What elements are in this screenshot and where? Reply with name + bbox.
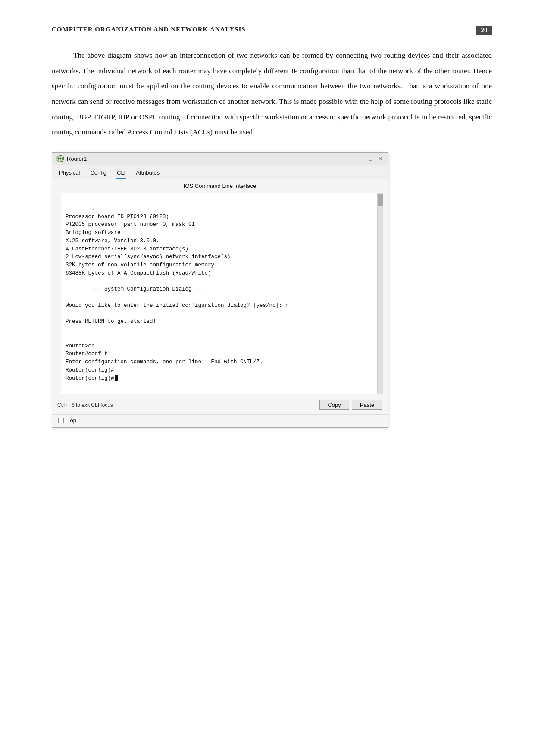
maximize-button[interactable]: □ bbox=[367, 155, 373, 162]
cli-output[interactable]: . Processor board ID PT0123 (0123) PT200… bbox=[61, 193, 379, 394]
tab-attributes[interactable]: Attributes bbox=[135, 168, 160, 179]
tab-config[interactable]: Config bbox=[89, 168, 107, 179]
page-header: COMPUTER ORGANIZATION AND NETWORK ANALYS… bbox=[52, 26, 492, 35]
router-title-left: Router1 bbox=[56, 155, 87, 162]
router-bottom-bar: Ctrl+F6 to exit CLI focus Copy Paste bbox=[52, 398, 388, 413]
top-checkbox[interactable] bbox=[58, 418, 64, 423]
cli-subtitle: IOS Command Line Interface bbox=[52, 179, 388, 191]
top-label: Top bbox=[67, 417, 76, 424]
router-footer: Top bbox=[52, 414, 388, 427]
cli-button-group: Copy Paste bbox=[319, 400, 382, 410]
minimize-button[interactable]: — bbox=[355, 155, 364, 162]
cli-cursor bbox=[115, 375, 118, 381]
cli-hint: Ctrl+F6 to exit CLI focus bbox=[57, 402, 113, 408]
paste-button[interactable]: Paste bbox=[352, 400, 382, 410]
cli-text: . Processor board ID PT0123 (0123) PT200… bbox=[66, 206, 289, 381]
router-title-controls: — □ × bbox=[355, 155, 383, 162]
close-button[interactable]: × bbox=[377, 155, 383, 162]
tab-physical[interactable]: Physical bbox=[58, 168, 81, 179]
router-icon bbox=[56, 155, 64, 162]
scroll-indicator[interactable] bbox=[377, 193, 383, 394]
router-window: Router1 — □ × Physical Config CLI Attrib… bbox=[52, 152, 388, 428]
copy-button[interactable]: Copy bbox=[319, 400, 349, 410]
router-titlebar: Router1 — □ × bbox=[52, 153, 388, 165]
router-window-title: Router1 bbox=[67, 156, 87, 162]
page-title: COMPUTER ORGANIZATION AND NETWORK ANALYS… bbox=[52, 26, 246, 33]
body-paragraph: The above diagram shows how an interconn… bbox=[52, 48, 492, 140]
page: COMPUTER ORGANIZATION AND NETWORK ANALYS… bbox=[0, 0, 535, 756]
tab-cli[interactable]: CLI bbox=[116, 168, 126, 179]
svg-point-4 bbox=[59, 158, 61, 159]
scroll-thumb bbox=[378, 194, 383, 206]
page-number: 20 bbox=[476, 26, 492, 35]
router-tabs: Physical Config CLI Attributes bbox=[52, 165, 388, 179]
